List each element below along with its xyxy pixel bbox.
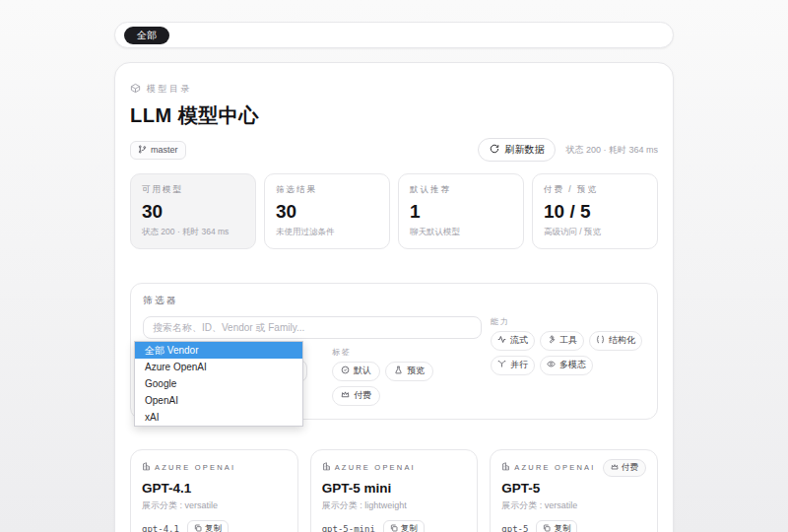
cap-chip-label: 并行 — [510, 361, 528, 370]
copy-button[interactable]: 复制 — [187, 520, 229, 532]
refresh-icon — [490, 144, 499, 156]
tag-chip-label: 预览 — [407, 366, 425, 376]
cap-chip-structured[interactable]: 结构化 — [589, 331, 642, 351]
vendor-dropdown-list: 全部 Vendor Azure OpenAI Google OpenAI xAI — [134, 341, 303, 427]
stat-value: 30 — [142, 201, 244, 223]
copy-label: 复制 — [554, 523, 570, 532]
stat-card-paid-preview: 付费 / 预览 10 / 5 高级访问 / 预览 — [532, 173, 658, 249]
page-title: LLM 模型中心 — [130, 102, 658, 129]
model-vendor-label: AZURE OPENAI — [155, 463, 235, 472]
split-arrows-icon — [497, 360, 506, 371]
flask-icon — [394, 366, 403, 377]
stat-sub: 聊天默认模型 — [410, 227, 512, 238]
braces-icon — [596, 335, 605, 347]
copy-label: 复制 — [205, 523, 222, 532]
tag-chip-preview[interactable]: 预览 — [385, 362, 433, 381]
vendor-option-all[interactable]: 全部 Vendor — [135, 342, 302, 359]
branch-badge: master — [130, 141, 186, 160]
cap-chip-label: 工具 — [559, 336, 577, 346]
cap-chip-tools[interactable]: 工具 — [540, 331, 584, 351]
filter-title: 筛选器 — [143, 295, 645, 307]
stat-sub: 状态 200 · 耗时 364 ms — [142, 227, 244, 238]
copy-button[interactable]: 复制 — [536, 520, 577, 532]
vendor-option-xai[interactable]: xAI — [135, 409, 302, 426]
cap-chip-label: 多模态 — [559, 361, 586, 370]
vendor-option-openai[interactable]: OpenAI — [135, 392, 302, 409]
top-filter-bar: 全部 — [114, 22, 674, 48]
crown-icon — [611, 463, 619, 473]
stat-sub: 未使用过滤条件 — [276, 227, 378, 238]
catalog-label: 模型目录 — [147, 83, 192, 96]
model-vendor-label: AZURE OPENAI — [514, 463, 595, 472]
cap-chip-multimodal[interactable]: 多模态 — [540, 356, 593, 375]
copy-button[interactable]: 复制 — [383, 520, 425, 532]
stat-value: 30 — [276, 201, 378, 223]
eye-icon — [547, 360, 556, 371]
copy-icon — [543, 524, 551, 532]
activity-icon — [497, 335, 506, 347]
stat-value: 10 / 5 — [544, 201, 646, 223]
cap-chip-parallel[interactable]: 并行 — [491, 356, 535, 375]
cap-chip-label: 结构化 — [609, 336, 635, 346]
refresh-label: 刷新数据 — [504, 143, 544, 157]
capabilities-label: 能力 — [491, 316, 645, 327]
tag-chip-paid[interactable]: 付费 — [332, 386, 380, 406]
model-category: 展示分类 : versatile — [142, 499, 287, 512]
stat-label: 付费 / 预览 — [544, 184, 646, 196]
git-branch-icon — [138, 145, 147, 156]
catalog-label-row: 模型目录 — [130, 83, 658, 96]
paid-badge: 付费 — [603, 459, 646, 477]
stat-sub: 高级访问 / 预览 — [544, 227, 646, 238]
building-icon — [322, 462, 331, 473]
cap-chip-label: 流式 — [510, 336, 528, 346]
model-card-gpt-5[interactable]: AZURE OPENAI 付费 GPT-5 展示分类 : versatile g… — [490, 449, 658, 532]
vendor-option-google[interactable]: Google — [135, 375, 302, 392]
paid-badge-label: 付费 — [622, 462, 638, 474]
model-vendor-label: AZURE OPENAI — [335, 463, 416, 472]
model-title: GPT-5 mini — [322, 481, 467, 496]
model-hub-panel: 模型目录 LLM 模型中心 master 刷新数据 状态 200 · 耗时 36… — [114, 62, 674, 532]
stat-card-filtered: 筛选结果 30 未使用过滤条件 — [264, 173, 390, 249]
tag-chip-label: 默认 — [354, 366, 371, 376]
tag-chip-default[interactable]: 默认 — [332, 362, 380, 381]
model-id-text: gpt-4.1 — [142, 524, 179, 532]
model-category: 展示分类 : lightweight — [322, 499, 467, 512]
model-card-gpt-5-mini[interactable]: AZURE OPENAI GPT-5 mini 展示分类 : lightweig… — [310, 449, 479, 532]
model-id-text: gpt-5 — [501, 524, 528, 532]
refresh-button[interactable]: 刷新数据 — [478, 138, 556, 162]
stats-row: 可用模型 30 状态 200 · 耗时 364 ms 筛选结果 30 未使用过滤… — [130, 173, 658, 249]
search-input[interactable] — [143, 316, 482, 339]
crown-icon — [341, 390, 350, 402]
model-title: GPT-5 — [501, 481, 646, 496]
model-title: GPT-4.1 — [142, 481, 287, 496]
building-icon — [142, 462, 151, 473]
copy-icon — [194, 524, 202, 532]
model-id-text: gpt-5-mini — [322, 524, 375, 532]
circle-check-icon — [341, 366, 350, 377]
wrench-icon — [547, 335, 556, 347]
tag-chip-label: 付费 — [354, 391, 371, 401]
tags-filter: 标签 默认 — [332, 347, 482, 406]
cap-chip-streaming[interactable]: 流式 — [491, 331, 535, 351]
stat-card-default: 默认推荐 1 聊天默认模型 — [398, 173, 524, 249]
branch-name: master — [151, 145, 178, 155]
model-category: 展示分类 : versatile — [501, 499, 646, 512]
capabilities-filter: 能力 流式 工具 — [491, 316, 645, 406]
model-card-gpt-4-1[interactable]: AZURE OPENAI GPT-4.1 展示分类 : versatile gp… — [130, 449, 298, 532]
filter-all-pill[interactable]: 全部 — [124, 27, 169, 44]
tags-label: 标签 — [332, 347, 482, 358]
stat-value: 1 — [410, 201, 512, 223]
copy-label: 复制 — [401, 523, 418, 532]
stat-label: 筛选结果 — [276, 184, 378, 196]
model-card-grid: AZURE OPENAI GPT-4.1 展示分类 : versatile gp… — [130, 449, 658, 532]
package-icon — [130, 83, 141, 96]
status-text: 状态 200 · 耗时 364 ms — [565, 144, 658, 157]
building-icon — [501, 462, 510, 473]
stat-card-available: 可用模型 30 状态 200 · 耗时 364 ms — [130, 173, 256, 249]
copy-icon — [390, 524, 398, 532]
stat-label: 可用模型 — [142, 184, 244, 196]
vendor-option-azure-openai[interactable]: Azure OpenAI — [135, 359, 302, 375]
stat-label: 默认推荐 — [410, 184, 512, 196]
